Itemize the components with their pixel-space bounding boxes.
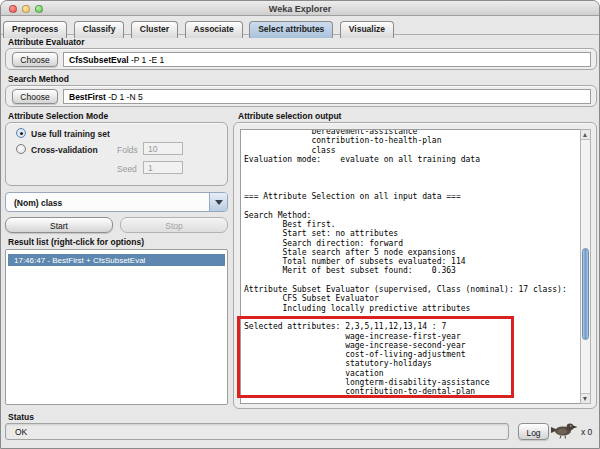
attribute-selection-output-label: Attribute selection output: [238, 111, 341, 121]
folds-label: Folds: [117, 145, 138, 155]
scrollbar-thumb[interactable]: [582, 248, 589, 340]
title-bar: Weka Explorer: [1, 1, 599, 16]
result-list-label: Result list (right-click for options): [8, 237, 144, 247]
seed-label: Seed: [117, 164, 137, 174]
tab-visualize[interactable]: Visualize: [340, 21, 394, 38]
output-vertical-scrollbar[interactable]: [580, 129, 591, 404]
class-attribute-dropdown[interactable]: (Nom) class: [5, 192, 228, 212]
use-full-training-set-radio[interactable]: [16, 128, 26, 138]
cross-validation-radio[interactable]: [16, 144, 26, 154]
chevron-down-icon[interactable]: [209, 193, 227, 211]
result-list-item[interactable]: 17:46:47 - BestFirst + CfsSubsetEval: [8, 254, 225, 266]
search-choose-button[interactable]: Choose: [12, 89, 58, 104]
tab-associate[interactable]: Associate: [185, 21, 243, 38]
tab-select-attributes[interactable]: Select attributes: [249, 21, 333, 38]
attribute-selection-mode-label: Attribute Selection Mode: [8, 111, 108, 121]
evaluator-scheme-options: -P 1 -E 1: [129, 55, 165, 65]
stop-button[interactable]: Stop: [120, 217, 228, 233]
class-attribute-value: (Nom) class: [14, 198, 62, 208]
tab-cluster[interactable]: Cluster: [131, 21, 178, 38]
search-method-label: Search Method: [8, 74, 69, 84]
status-label: Status: [8, 412, 34, 422]
search-scheme-options: -D 1 -N 5: [106, 92, 143, 102]
bird-counter: x 0: [581, 427, 592, 437]
attribute-evaluator-label: Attribute Evaluator: [8, 37, 85, 47]
result-list[interactable]: 17:46:47 - BestFirst + CfsSubsetEval: [5, 249, 228, 405]
weka-explorer-window: Weka Explorer Preprocess Classify Cluste…: [0, 0, 600, 449]
log-button[interactable]: Log: [518, 423, 549, 440]
weka-bird-icon: [550, 420, 578, 440]
scroll-down-icon[interactable]: [581, 393, 590, 403]
scroll-up-icon[interactable]: [581, 130, 590, 140]
evaluator-config-field[interactable]: CfsSubsetEval -P 1 -E 1: [63, 52, 591, 67]
evaluator-choose-button[interactable]: Choose: [12, 52, 58, 67]
tab-preprocess[interactable]: Preprocess: [3, 21, 67, 38]
search-scheme-name: BestFirst: [69, 92, 106, 102]
tab-bar: Preprocess Classify Cluster Associate Se…: [1, 17, 599, 35]
annotation-red-box: [237, 316, 514, 398]
evaluator-scheme-name: CfsSubsetEval: [69, 55, 129, 65]
use-full-training-set-label: Use full training set: [31, 129, 110, 139]
window-title: Weka Explorer: [1, 4, 599, 14]
seed-field[interactable]: 1: [143, 161, 183, 174]
tab-classify[interactable]: Classify: [74, 21, 125, 38]
search-config-field[interactable]: BestFirst -D 1 -N 5: [63, 89, 591, 104]
cross-validation-label: Cross-validation: [31, 145, 98, 155]
status-field: OK: [5, 423, 509, 440]
start-button[interactable]: Start: [5, 217, 113, 233]
folds-field[interactable]: 10: [143, 142, 183, 155]
